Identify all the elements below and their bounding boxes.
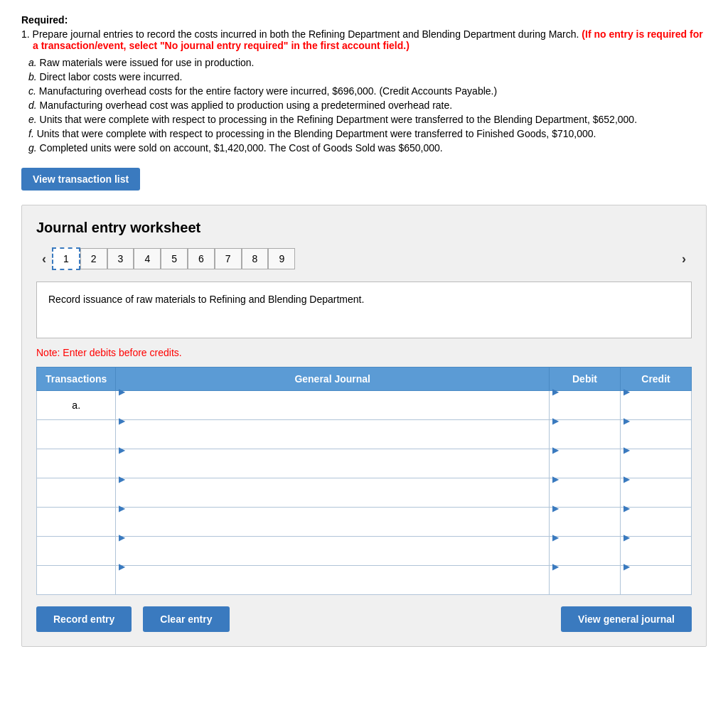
tab-navigation: ‹ 1 2 3 4 5 6 7 8 9 › — [36, 247, 692, 270]
debit-arrow-6: ▶ — [550, 532, 559, 542]
journal-input-1[interactable] — [116, 397, 549, 425]
col-arrow-7: ▶ — [116, 562, 125, 572]
credit-arrow-5: ▶ — [621, 503, 630, 513]
tab-9[interactable]: 9 — [268, 248, 295, 269]
col-arrow-5: ▶ — [116, 503, 125, 513]
list-item-f: f. Units that were complete with respect… — [28, 128, 707, 139]
debit-input-2[interactable] — [550, 426, 620, 454]
credit-input-3[interactable] — [621, 455, 691, 483]
transaction-cell-4 — [37, 478, 116, 508]
tab-6[interactable]: 6 — [188, 248, 215, 269]
tab-7[interactable]: 7 — [215, 248, 242, 269]
transaction-cell-2 — [37, 420, 116, 449]
debit-arrow-7: ▶ — [550, 562, 559, 572]
col-arrow-4: ▶ — [116, 474, 125, 484]
col-arrow-3: ▶ — [116, 445, 125, 455]
record-entry-button[interactable]: Record entry — [36, 606, 132, 632]
journal-input-7[interactable] — [116, 572, 549, 600]
transaction-description: Record issuance of raw materials to Refi… — [36, 282, 692, 338]
tab-1[interactable]: 1 — [52, 247, 80, 270]
credit-arrow-3: ▶ — [621, 445, 630, 455]
list-item-a: a. Raw materials were issued for use in … — [28, 57, 707, 68]
general-journal-cell-1[interactable]: ▶ — [116, 391, 550, 420]
debit-input-6[interactable] — [550, 542, 620, 571]
credit-input-2[interactable] — [621, 426, 691, 454]
credit-arrow-7: ▶ — [621, 562, 630, 572]
list-item-b: b. Direct labor costs were incurred. — [28, 71, 707, 82]
journal-input-5[interactable] — [116, 513, 549, 542]
debit-arrow-1: ▶ — [550, 387, 559, 397]
tab-2[interactable]: 2 — [80, 248, 107, 269]
note-text: Note: Enter debits before credits. — [36, 347, 692, 358]
debit-input-1[interactable] — [550, 397, 620, 425]
tab-8[interactable]: 8 — [242, 248, 269, 269]
col-arrow-2: ▶ — [116, 416, 125, 426]
transaction-cell-1: a. — [37, 391, 116, 420]
instruction-number: 1. — [21, 28, 30, 40]
tab-4[interactable]: 4 — [134, 248, 161, 269]
transaction-cell-6 — [37, 537, 116, 566]
list-item-e: e. Units that were complete with respect… — [28, 114, 707, 125]
tab-5[interactable]: 5 — [161, 248, 188, 269]
debit-arrow-4: ▶ — [550, 474, 559, 484]
credit-arrow-2: ▶ — [621, 416, 630, 426]
debit-arrow-2: ▶ — [550, 416, 559, 426]
header-general-journal: General Journal — [116, 368, 550, 391]
header-credit: Credit — [621, 368, 692, 391]
debit-arrow-5: ▶ — [550, 503, 559, 513]
debit-input-7[interactable] — [550, 572, 620, 600]
credit-input-5[interactable] — [621, 513, 691, 542]
debit-input-3[interactable] — [550, 455, 620, 483]
col-arrow-1: ▶ — [116, 387, 125, 397]
next-arrow[interactable]: › — [676, 249, 692, 269]
credit-input-1[interactable] — [621, 397, 691, 425]
list-item-g: g. Completed units were sold on account,… — [28, 142, 707, 154]
debit-input-4[interactable] — [550, 484, 620, 513]
credit-cell-1[interactable]: ▶ — [621, 391, 692, 420]
journal-input-4[interactable] — [116, 484, 549, 513]
transaction-cell-3 — [37, 449, 116, 478]
col-arrow-6: ▶ — [116, 532, 125, 542]
debit-arrow-3: ▶ — [550, 445, 559, 455]
clear-entry-button[interactable]: Clear entry — [143, 606, 229, 632]
debit-input-5[interactable] — [550, 513, 620, 542]
instruction-item-1: 1. Prepare journal entries to record the… — [21, 28, 707, 51]
prev-arrow[interactable]: ‹ — [36, 249, 52, 269]
view-transaction-button[interactable]: View transaction list — [21, 168, 140, 191]
journal-input-6[interactable] — [116, 542, 549, 571]
transaction-cell-5 — [37, 508, 116, 537]
credit-input-4[interactable] — [621, 484, 691, 513]
credit-input-6[interactable] — [621, 542, 691, 571]
instruction-text: Prepare journal entries to record the co… — [33, 28, 579, 40]
items-list: a. Raw materials were issued for use in … — [21, 57, 707, 154]
view-general-journal-button[interactable]: View general journal — [561, 606, 692, 632]
journal-input-2[interactable] — [116, 426, 549, 454]
debit-cell-1[interactable]: ▶ — [550, 391, 621, 420]
list-item-d: d. Manufacturing overhead cost was appli… — [28, 100, 707, 111]
list-item-c: c. Manufacturing overhead costs for the … — [28, 85, 707, 97]
required-section: Required: 1. Prepare journal entries to … — [21, 14, 707, 154]
journal-table: Transactions General Journal Debit Credi… — [36, 367, 692, 595]
worksheet-title: Journal entry worksheet — [36, 220, 692, 236]
table-row: a. ▶ ▶ ▶ — [37, 391, 692, 420]
credit-arrow-6: ▶ — [621, 532, 630, 542]
journal-input-3[interactable] — [116, 455, 549, 483]
worksheet-container: Journal entry worksheet ‹ 1 2 3 4 5 6 7 … — [21, 205, 707, 647]
credit-input-7[interactable] — [621, 572, 691, 600]
header-transactions: Transactions — [37, 368, 116, 391]
credit-arrow-4: ▶ — [621, 474, 630, 484]
tab-3[interactable]: 3 — [107, 248, 134, 269]
header-debit: Debit — [550, 368, 621, 391]
required-title: Required: — [21, 14, 707, 26]
credit-arrow-1: ▶ — [621, 387, 630, 397]
bottom-buttons: Record entry Clear entry View general jo… — [36, 606, 692, 632]
transaction-cell-7 — [37, 566, 116, 595]
